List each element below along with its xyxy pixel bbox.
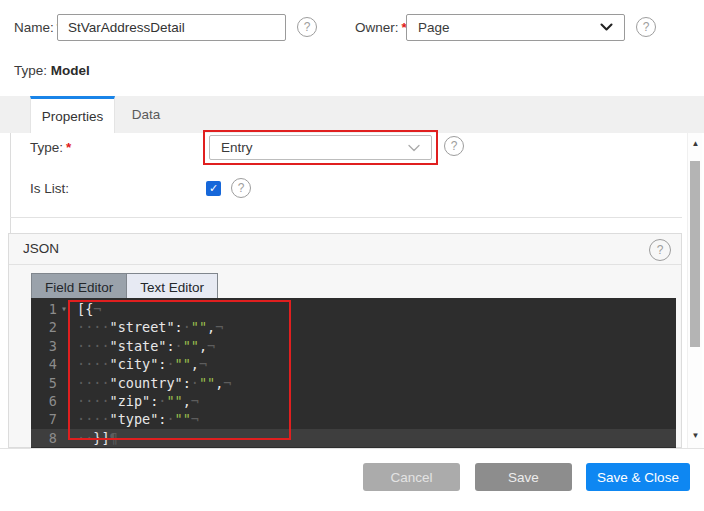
json-panel-header: JSON ?	[9, 234, 681, 265]
line-number: 3	[31, 337, 57, 355]
code-text: ····"zip":·"",¬	[71, 392, 199, 410]
fold-gutter	[57, 374, 71, 392]
model-type-row: Type: Model	[14, 63, 90, 78]
code-text: [{¬	[71, 300, 101, 318]
code-line[interactable]: 3····"state":·"",¬	[31, 337, 676, 355]
type-select-value: Entry	[221, 140, 253, 155]
owner-help-icon[interactable]: ?	[636, 17, 656, 37]
code-text: ····"country":·"",¬	[71, 374, 231, 392]
owner-label-text: Owner:	[355, 20, 399, 35]
line-number: 6	[31, 392, 57, 410]
code-line[interactable]: 4····"city":·"",¬	[31, 355, 676, 373]
owner-label: Owner:*	[355, 20, 407, 35]
line-number: 4	[31, 355, 57, 373]
is-list-help-icon[interactable]: ?	[231, 178, 251, 198]
code-line[interactable]: 5····"country":·"",¬	[31, 374, 676, 392]
editor-mode-toggle: Field Editor Text Editor	[31, 273, 218, 301]
scroll-up-icon[interactable]: ▲	[688, 139, 703, 148]
owner-select-value: Page	[418, 20, 450, 35]
type-select[interactable]: Entry	[209, 135, 432, 160]
json-help-icon[interactable]: ?	[649, 239, 671, 261]
type-field-label: Type:*	[30, 140, 71, 155]
is-list-label: Is List:	[30, 181, 69, 196]
json-code-editor[interactable]: 1▾[{¬2····"street":·"",¬3····"state":·""…	[31, 298, 676, 448]
vertical-scrollbar[interactable]: ▲ ▼	[687, 133, 702, 448]
section-divider	[10, 217, 682, 218]
scrollbar-thumb[interactable]	[690, 161, 700, 347]
fold-gutter	[57, 355, 71, 373]
code-line[interactable]: 1▾[{¬	[31, 300, 676, 318]
model-type-label: Type:	[14, 63, 47, 78]
variable-edit-dialog: Name:* ? Owner:* Page ? Type: Model Prop…	[0, 0, 704, 511]
text-editor-button[interactable]: Text Editor	[126, 274, 217, 300]
chevron-down-icon	[600, 23, 613, 32]
cancel-button[interactable]: Cancel	[363, 463, 460, 491]
line-number: 5	[31, 374, 57, 392]
save-button[interactable]: Save	[475, 463, 572, 491]
code-text: ··}]¶	[71, 429, 118, 447]
footer-divider	[0, 448, 704, 449]
code-line[interactable]: 8··}]¶	[31, 429, 676, 447]
type-help-icon[interactable]: ?	[444, 136, 464, 156]
is-list-checkbox[interactable]: ✓	[206, 181, 221, 196]
chevron-down-icon	[408, 144, 420, 152]
field-editor-button[interactable]: Field Editor	[32, 274, 126, 300]
fold-gutter	[57, 318, 71, 336]
type-field-required-marker: *	[66, 140, 71, 155]
tab-data[interactable]: Data	[115, 96, 177, 133]
json-panel-title: JSON	[23, 241, 59, 256]
code-text: ····"street":·"",¬	[71, 318, 223, 336]
fold-gutter	[57, 337, 71, 355]
owner-select[interactable]: Page	[406, 14, 625, 41]
name-input[interactable]	[57, 14, 286, 41]
code-text: ····"city":·"",¬	[71, 355, 207, 373]
line-number: 8	[31, 429, 57, 447]
code-line[interactable]: 6····"zip":·"",¬	[31, 392, 676, 410]
code-line[interactable]: 7····"type":·""¬	[31, 410, 676, 428]
fold-gutter	[57, 392, 71, 410]
type-field-label-text: Type:	[30, 140, 63, 155]
fold-gutter	[57, 429, 71, 447]
tab-properties[interactable]: Properties	[30, 96, 115, 133]
name-help-icon[interactable]: ?	[297, 17, 317, 37]
code-text: ····"state":·"",¬	[71, 337, 215, 355]
json-panel: JSON ? Field Editor Text Editor 1▾[{¬2··…	[8, 233, 682, 448]
code-lines: 1▾[{¬2····"street":·"",¬3····"state":·""…	[31, 300, 676, 447]
code-line[interactable]: 2····"street":·"",¬	[31, 318, 676, 336]
name-label: Name:*	[14, 20, 62, 35]
code-text: ····"type":·""¬	[71, 410, 199, 428]
scroll-down-icon[interactable]: ▼	[688, 431, 703, 440]
save-and-close-button[interactable]: Save & Close	[586, 463, 690, 491]
line-number: 1	[31, 300, 57, 318]
line-number: 2	[31, 318, 57, 336]
fold-arrow-icon[interactable]: ▾	[57, 300, 71, 318]
fold-gutter	[57, 410, 71, 428]
model-type-value: Model	[51, 63, 90, 78]
line-number: 7	[31, 410, 57, 428]
name-label-text: Name:	[14, 20, 54, 35]
